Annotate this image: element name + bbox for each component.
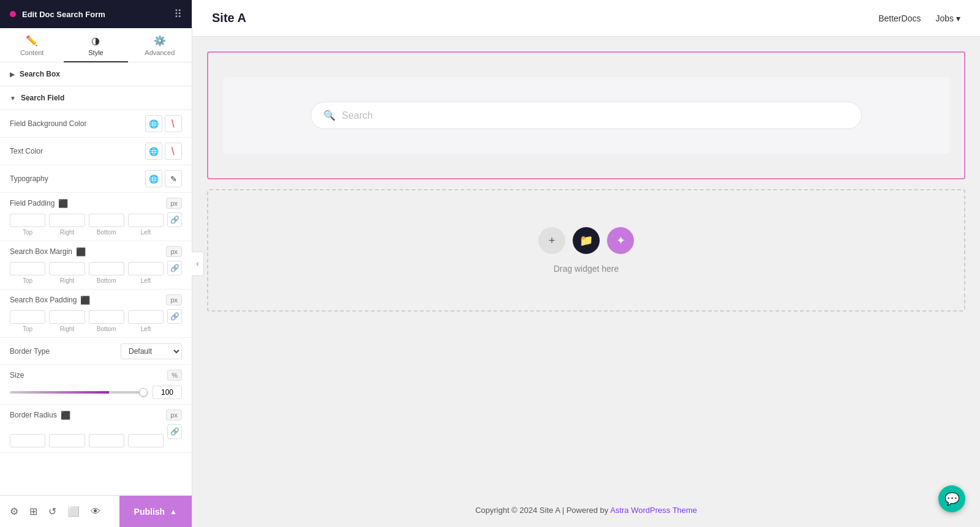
border-radius-link-btn[interactable]: 🔗 xyxy=(167,424,182,439)
tab-advanced[interactable]: ⚙️ Advanced xyxy=(128,29,192,62)
search-box-section-header[interactable]: ▶ Search Box xyxy=(0,62,192,86)
border-radius-section: Border Radius ⬛ px 🔗 xyxy=(0,405,192,453)
field-padding-bottom[interactable] xyxy=(89,214,124,227)
right-panel: Site A BetterDocs Jobs ▾ 🔍 Search + 📁 xyxy=(192,0,980,527)
size-slider[interactable] xyxy=(10,391,148,394)
field-padding-top[interactable] xyxy=(10,214,45,227)
border-radius-top[interactable] xyxy=(10,434,45,447)
sb-padding-bottom[interactable] xyxy=(89,310,124,324)
nav-link-jobs[interactable]: Jobs ▾ xyxy=(935,13,960,23)
template-btn[interactable]: 📁 xyxy=(573,227,600,254)
field-bg-color-label: Field Background Color xyxy=(10,119,145,128)
margin-right[interactable] xyxy=(49,262,85,275)
margin-link-btn[interactable]: 🔗 xyxy=(167,261,182,275)
tab-content-label: Content xyxy=(20,49,44,56)
typography-edit-btn[interactable]: ✎ xyxy=(165,170,182,187)
search-box-margin-label: Search Box Margin ⬛ xyxy=(10,247,86,256)
margin-bottom[interactable] xyxy=(89,262,124,275)
panel-tabs: ✏️ Content ◑ Style ⚙️ Advanced xyxy=(0,28,192,62)
field-padding-bottom-label: Bottom xyxy=(97,229,116,236)
sb-padding-top[interactable] xyxy=(10,310,45,324)
eye-icon[interactable]: 👁 xyxy=(88,504,103,520)
search-placeholder-text: Search xyxy=(342,110,373,121)
site-footer: Copyright © 2024 Site A | Powered by Ast… xyxy=(192,493,980,527)
panel-title: Edit Doc Search Form xyxy=(22,10,105,19)
field-padding-inputs: Top Right Bottom Left 🔗 xyxy=(10,212,182,236)
sb-padding-right[interactable] xyxy=(49,310,85,324)
typography-controls: 🌐 ✎ xyxy=(145,170,182,187)
text-color-global-btn[interactable]: 🌐 xyxy=(145,143,162,160)
border-type-row: Border Type Default None Solid Dashed xyxy=(0,338,192,365)
sb-padding-link-btn[interactable]: 🔗 xyxy=(167,309,182,324)
brand-dot xyxy=(10,11,16,17)
field-bg-color-global-btn[interactable]: 🌐 xyxy=(145,115,162,132)
sb-padding-bottom-label: Bottom xyxy=(97,326,116,332)
search-input-display[interactable]: 🔍 Search xyxy=(311,102,862,129)
size-label: Size xyxy=(10,371,24,379)
border-radius-left[interactable] xyxy=(128,434,164,447)
nav-links: BetterDocs Jobs ▾ xyxy=(878,13,960,23)
text-color-swatch-btn[interactable]: / xyxy=(165,143,182,160)
search-box-margin-unit[interactable]: px xyxy=(166,246,182,257)
border-type-label: Border Type xyxy=(10,347,121,356)
chat-button[interactable]: 💬 xyxy=(938,485,965,512)
search-magnifier-icon: 🔍 xyxy=(323,110,336,121)
field-padding-link-btn[interactable]: 🔗 xyxy=(167,212,182,227)
settings-icon[interactable]: ⚙ xyxy=(7,503,21,520)
tab-content[interactable]: ✏️ Content xyxy=(0,29,64,62)
collapse-panel-btn[interactable]: ‹ xyxy=(192,252,204,276)
add-widget-btn[interactable]: + xyxy=(538,227,565,254)
search-widget-section[interactable]: 🔍 Search xyxy=(207,51,965,179)
sb-padding-left[interactable] xyxy=(128,310,164,324)
publish-label: Publish xyxy=(134,507,165,517)
tab-style[interactable]: ◑ Style xyxy=(64,29,127,62)
content-icon: ✏️ xyxy=(26,35,38,47)
field-bg-color-swatch-btn[interactable]: / xyxy=(165,115,182,132)
field-bg-color-controls: 🌐 / xyxy=(145,115,182,132)
margin-top[interactable] xyxy=(10,262,45,275)
search-box-padding-unit[interactable]: px xyxy=(166,294,182,305)
typography-global-btn[interactable]: 🌐 xyxy=(145,170,162,187)
field-padding-label: Field Padding ⬛ xyxy=(10,199,68,208)
ai-btn[interactable]: ✦ xyxy=(607,227,634,254)
field-padding-monitor-icon: ⬛ xyxy=(58,199,68,208)
search-field-section-header[interactable]: ▼ Search Field xyxy=(0,86,192,110)
sb-padding-left-label: Left xyxy=(141,326,151,332)
size-value-input[interactable]: 100 xyxy=(153,386,182,399)
history-icon[interactable]: ↺ xyxy=(46,503,59,520)
sb-padding-right-label: Right xyxy=(60,326,74,332)
field-padding-section: Field Padding ⬛ px Top Right Bottom xyxy=(0,193,192,241)
field-padding-left-label: Left xyxy=(141,229,151,236)
border-radius-right[interactable] xyxy=(49,434,85,447)
panel-bottom-bar: ⚙ ⊞ ↺ ⬜ 👁 Publish ▲ xyxy=(0,495,192,527)
margin-left[interactable] xyxy=(128,262,164,275)
border-radius-unit[interactable]: px xyxy=(166,409,182,420)
size-unit[interactable]: % xyxy=(167,370,182,381)
field-bg-color-row: Field Background Color 🌐 / xyxy=(0,110,192,138)
nav-link-betterdocs[interactable]: BetterDocs xyxy=(878,13,921,23)
panel-content: ▶ Search Box ▼ Search Field Field Backgr… xyxy=(0,62,192,527)
footer-text: Copyright © 2024 Site A | Powered by xyxy=(475,506,610,515)
text-color-row: Text Color 🌐 / xyxy=(0,138,192,165)
border-radius-bottom[interactable] xyxy=(89,434,124,447)
tab-advanced-label: Advanced xyxy=(145,49,175,56)
field-padding-unit[interactable]: px xyxy=(166,198,182,209)
publish-button[interactable]: Publish ▲ xyxy=(119,496,192,527)
field-padding-right[interactable] xyxy=(49,214,85,227)
size-section: Size % 100 xyxy=(0,365,192,405)
grid-icon[interactable]: ⠿ xyxy=(174,7,182,21)
search-box-section-label: Search Box xyxy=(20,70,60,78)
field-padding-right-label: Right xyxy=(60,229,74,236)
widget-drop-section[interactable]: + 📁 ✦ Drag widget here xyxy=(207,189,965,312)
responsive-icon[interactable]: ⬜ xyxy=(65,503,82,520)
search-field-arrow-icon: ▼ xyxy=(10,95,16,102)
search-field-section-label: Search Field xyxy=(21,94,64,102)
field-padding-top-label: Top xyxy=(23,229,32,236)
field-padding-left[interactable] xyxy=(128,214,164,227)
border-type-select[interactable]: Default None Solid Dashed xyxy=(121,343,182,359)
search-box-margin-inputs: Top Right Bottom Left 🔗 xyxy=(10,261,182,284)
layers-icon[interactable]: ⊞ xyxy=(27,503,40,520)
footer-link[interactable]: Astra WordPress Theme xyxy=(610,506,697,515)
search-box-padding-inputs: Top Right Bottom Left 🔗 xyxy=(10,309,182,332)
margin-bottom-label: Bottom xyxy=(97,277,116,284)
